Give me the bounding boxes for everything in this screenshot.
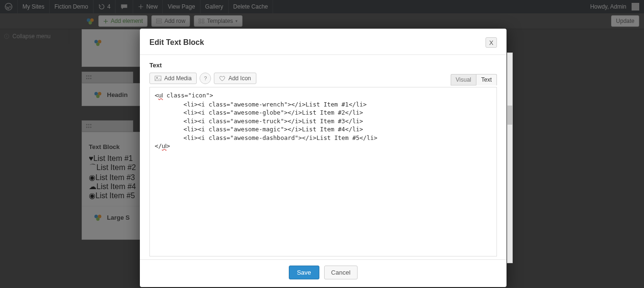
question-icon: ? [204,75,207,81]
modal-body: Text Add Media ? Add Icon Visual Text <u… [140,55,507,259]
add-media-button[interactable]: Add Media [149,73,197,84]
modal-header: Edit Text Block X [140,29,507,55]
edit-text-block-modal: Edit Text Block X Text Add Media ? Add I… [140,29,507,287]
heart-outline-icon [219,75,225,81]
editor-tabs: Visual Text [451,74,497,85]
code-textarea[interactable]: <ul class="icon"> <li><i class="awesome-… [149,87,497,256]
tab-visual[interactable]: Visual [451,74,476,85]
modal-title: Edit Text Block [149,38,204,47]
help-button[interactable]: ? [200,73,211,84]
scrollbar-thumb[interactable] [507,106,512,125]
save-button[interactable]: Save [289,266,319,279]
cancel-button[interactable]: Cancel [324,266,358,279]
modal-scrollbar[interactable] [507,53,513,263]
add-icon-button[interactable]: Add Icon [214,73,256,84]
field-label-text: Text [149,62,497,69]
svg-rect-32 [155,76,161,81]
close-button[interactable]: X [486,37,497,48]
add-media-label: Add Media [164,75,191,82]
media-icon [155,75,161,81]
tab-text[interactable]: Text [476,74,497,85]
add-icon-label: Add Icon [228,75,251,82]
modal-footer: Save Cancel [140,259,507,287]
